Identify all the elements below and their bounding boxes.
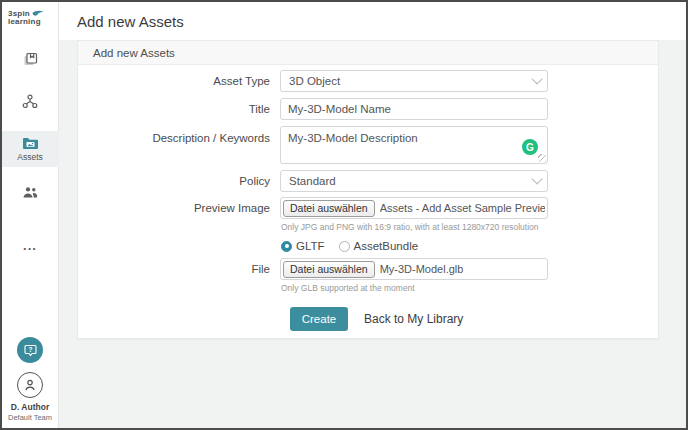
create-button[interactable]: Create [290, 307, 348, 331]
sidebar-item-more[interactable]: ... [10, 233, 50, 259]
policy-value: Standard [289, 175, 336, 187]
title-input[interactable] [280, 98, 548, 120]
add-asset-card: Add new Assets Asset Type 3D Object [77, 40, 659, 339]
content-area: Add new Assets Asset Type 3D Object [59, 40, 686, 428]
help-button[interactable]: ? [17, 337, 43, 363]
radio-selected-icon [281, 241, 292, 252]
description-label: Description / Keywords [78, 126, 270, 144]
library-icon [23, 52, 38, 67]
asset-type-value: 3D Object [289, 75, 340, 87]
card-header: Add new Assets [78, 41, 658, 65]
description-textarea[interactable]: My-3D-Model Description [281, 127, 547, 163]
sidebar-item-team[interactable] [10, 179, 50, 205]
user-avatar[interactable] [17, 372, 43, 398]
card-body: Asset Type 3D Object Title [78, 65, 658, 338]
radio-gltf[interactable]: GLTF [281, 240, 325, 252]
page-header: Add new Assets [59, 2, 686, 40]
back-to-library-link[interactable]: Back to My Library [364, 312, 463, 326]
preview-image-label: Preview Image [78, 197, 270, 214]
person-icon [23, 378, 37, 392]
user-name: D. Author [11, 402, 49, 412]
radio-assetbundle[interactable]: AssetBundle [339, 240, 419, 252]
sidebar-item-assets-label: Assets [17, 152, 43, 162]
textarea-resize-handle[interactable] [538, 154, 546, 162]
description-field-wrap: My-3D-Model Description G [280, 126, 548, 164]
logo-text-line2: learning [8, 18, 44, 26]
title-label: Title [78, 103, 270, 115]
users-icon [22, 186, 38, 199]
grammarly-icon[interactable]: G [522, 139, 538, 155]
file-helper-text: Only GLB supported at the moment [281, 283, 548, 293]
sidebar-item-library[interactable] [10, 46, 50, 72]
model-file-browse-button[interactable]: Datei auswählen [283, 261, 375, 278]
svg-text:?: ? [28, 345, 32, 352]
preview-image-filename: Assets - Add Asset Sample Preview image.… [380, 202, 545, 214]
assets-folder-icon [22, 137, 39, 150]
chevron-down-icon [531, 73, 542, 84]
radio-gltf-label: GLTF [296, 240, 325, 252]
policy-label: Policy [78, 175, 270, 187]
asset-type-label: Asset Type [78, 75, 270, 87]
sidebar-item-network[interactable] [10, 88, 50, 114]
help-bubble-icon: ? [24, 344, 37, 357]
model-file-filename: My-3D-Model.glb [380, 263, 464, 275]
policy-select[interactable]: Standard [280, 170, 548, 192]
card-title: Add new Assets [93, 47, 175, 59]
logo-swoosh-icon [32, 10, 44, 17]
form-actions: Create Back to My Library [290, 307, 658, 331]
sidebar-footer: ? D. Author Default Team [8, 337, 52, 428]
app-logo[interactable]: 3spin learning [2, 2, 48, 32]
radio-unselected-icon [339, 241, 350, 252]
page-title: Add new Assets [77, 13, 184, 30]
main-area: Add new Assets Add new Assets Asset Type… [59, 2, 686, 428]
radio-assetbundle-label: AssetBundle [354, 240, 419, 252]
preview-image-browse-button[interactable]: Datei auswählen [283, 200, 375, 217]
sidebar: 3spin learning [2, 2, 59, 428]
chevron-down-icon [531, 173, 542, 184]
model-file-input[interactable]: Datei auswählen My-3D-Model.glb [280, 258, 548, 280]
asset-type-select[interactable]: 3D Object [280, 70, 548, 92]
ellipsis-icon: ... [23, 242, 37, 250]
sidebar-item-assets[interactable]: Assets [2, 131, 59, 167]
format-radio-group: GLTF AssetBundle [281, 240, 548, 252]
network-icon [22, 94, 38, 109]
app-window: 3spin learning [0, 0, 688, 430]
preview-image-helper-text: Only JPG and PNG with 16:9 ratio, with a… [281, 222, 548, 232]
preview-image-file-input[interactable]: Datei auswählen Assets - Add Asset Sampl… [280, 197, 548, 219]
user-team: Default Team [8, 413, 52, 422]
file-label: File [78, 258, 270, 275]
